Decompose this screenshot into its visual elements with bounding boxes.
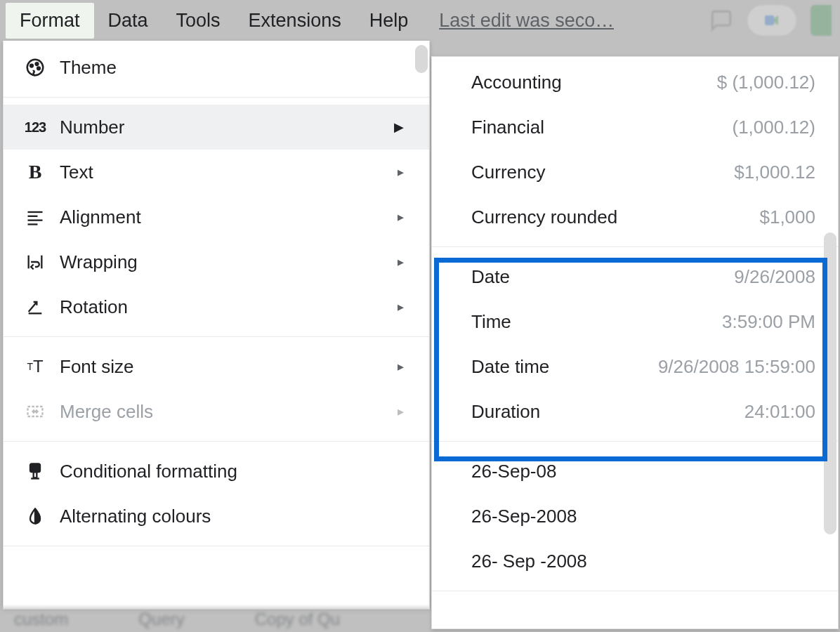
chevron-right-icon: ▸ <box>398 254 404 270</box>
menu-conditional-formatting[interactable]: Conditional formatting <box>4 449 429 494</box>
fontsize-icon: TT <box>23 355 47 378</box>
format-label: Duration <box>471 401 540 423</box>
svg-point-1 <box>27 60 44 76</box>
format-currency-rounded[interactable]: Currency rounded $1,000 <box>432 195 838 239</box>
format-date-short-2[interactable]: 26-Sep-2008 <box>432 494 838 539</box>
alignment-icon <box>23 205 47 229</box>
menu-data[interactable]: Data <box>94 3 162 39</box>
divider <box>4 97 429 98</box>
menu-format[interactable]: Format <box>6 3 94 39</box>
svg-point-2 <box>30 65 33 67</box>
format-currency[interactable]: Currency $1,000.12 <box>432 150 838 195</box>
menu-label: Alignment <box>60 206 398 228</box>
format-date-short-1[interactable]: 26-Sep-08 <box>432 449 838 494</box>
format-sample: $1,000.12 <box>734 162 815 183</box>
menu-label: Rotation <box>60 296 398 318</box>
menu-rotation[interactable]: Rotation ▸ <box>4 284 429 329</box>
format-financial[interactable]: Financial (1,000.12) <box>432 105 838 150</box>
sheet-tabs-blurred: custom Query Copy of Qu <box>0 607 430 632</box>
share-button[interactable] <box>811 5 832 36</box>
svg-rect-15 <box>34 472 37 478</box>
menu-label: Number <box>60 117 394 138</box>
chevron-right-icon: ▸ <box>398 359 404 374</box>
menu-alternating-colours[interactable]: Alternating colours <box>4 494 429 539</box>
number-submenu: Accounting $ (1,000.12) Financial (1,000… <box>431 56 839 629</box>
rotation-icon <box>23 295 47 319</box>
svg-point-4 <box>37 67 40 70</box>
menu-wrapping[interactable]: Wrapping ▸ <box>4 239 429 284</box>
alternating-icon <box>23 504 47 528</box>
comment-icon[interactable] <box>709 8 733 32</box>
menu-tools[interactable]: Tools <box>162 3 235 39</box>
menu-label: Merge cells <box>60 401 398 423</box>
format-label: 26-Sep-08 <box>471 461 556 482</box>
menu-help[interactable]: Help <box>355 3 423 39</box>
format-label: Date time <box>471 356 549 378</box>
menu-fontsize[interactable]: TT Font size ▸ <box>4 344 429 389</box>
format-duration[interactable]: Duration 24:01:00 <box>432 389 838 434</box>
svg-point-3 <box>36 62 39 65</box>
wrapping-icon <box>23 250 47 274</box>
meet-badge[interactable] <box>747 5 796 36</box>
format-datetime[interactable]: Date time 9/26/2008 15:59:00 <box>432 344 838 389</box>
scrollbar[interactable] <box>824 232 836 534</box>
format-sample: $1,000 <box>759 206 815 228</box>
tab: Query <box>138 610 184 629</box>
divider <box>432 246 838 247</box>
menu-label: Theme <box>60 57 409 79</box>
format-dropdown: Theme 123 Number ▶ B Text ▸ Alignment ▸ … <box>3 41 430 610</box>
chevron-right-icon: ▶ <box>394 119 404 135</box>
menu-merge-cells: Merge cells ▸ <box>4 389 429 434</box>
format-time[interactable]: Time 3:59:00 PM <box>432 299 838 344</box>
format-date[interactable]: Date 9/26/2008 <box>432 254 838 299</box>
format-sample: (1,000.12) <box>732 117 815 138</box>
menu-label: Text <box>60 162 398 183</box>
chevron-right-icon: ▸ <box>398 299 404 315</box>
format-label: Time <box>471 311 511 333</box>
format-sample: 9/26/2008 <box>734 266 815 288</box>
format-label: Financial <box>471 117 544 138</box>
divider <box>4 546 429 546</box>
theme-icon <box>23 55 47 79</box>
svg-rect-14 <box>30 464 40 473</box>
menu-alignment[interactable]: Alignment ▸ <box>4 195 429 239</box>
chevron-right-icon: ▸ <box>398 164 404 180</box>
menu-text[interactable]: B Text ▸ <box>4 150 429 195</box>
menu-theme[interactable]: Theme <box>4 45 429 90</box>
format-label: 26-Sep-2008 <box>471 506 577 527</box>
last-edit-link[interactable]: Last edit was seco… <box>439 10 614 32</box>
topright-icons <box>709 0 832 41</box>
format-accounting[interactable]: Accounting $ (1,000.12) <box>432 60 838 105</box>
merge-icon <box>23 400 47 423</box>
menu-number[interactable]: 123 Number ▶ <box>4 105 429 150</box>
format-label: Date <box>471 266 510 288</box>
menu-label: Wrapping <box>60 251 398 273</box>
tab: Copy of Qu <box>255 610 340 629</box>
divider <box>4 441 429 442</box>
menu-label: Conditional formatting <box>60 461 409 482</box>
format-sample: 9/26/2008 15:59:00 <box>658 356 815 378</box>
divider <box>432 591 838 591</box>
menu-label: Alternating colours <box>60 506 409 527</box>
format-sample: $ (1,000.12) <box>717 72 815 93</box>
divider <box>432 441 838 442</box>
menu-extensions[interactable]: Extensions <box>235 3 355 39</box>
conditional-icon <box>23 459 47 483</box>
format-label: Accounting <box>471 72 562 93</box>
svg-rect-0 <box>765 15 774 25</box>
number-icon: 123 <box>23 115 47 139</box>
format-sample: 3:59:00 PM <box>722 311 815 333</box>
format-label: Currency rounded <box>471 206 617 228</box>
chevron-right-icon: ▸ <box>398 209 404 225</box>
menu-label: Font size <box>60 356 398 378</box>
divider <box>4 336 429 337</box>
format-date-short-3[interactable]: 26- Sep -2008 <box>432 539 838 584</box>
tab: custom <box>14 610 68 629</box>
format-sample: 24:01:00 <box>744 401 815 423</box>
format-label: 26- Sep -2008 <box>471 551 587 572</box>
bold-icon: B <box>23 160 47 184</box>
chevron-right-icon: ▸ <box>398 404 404 419</box>
format-label: Currency <box>471 162 545 183</box>
